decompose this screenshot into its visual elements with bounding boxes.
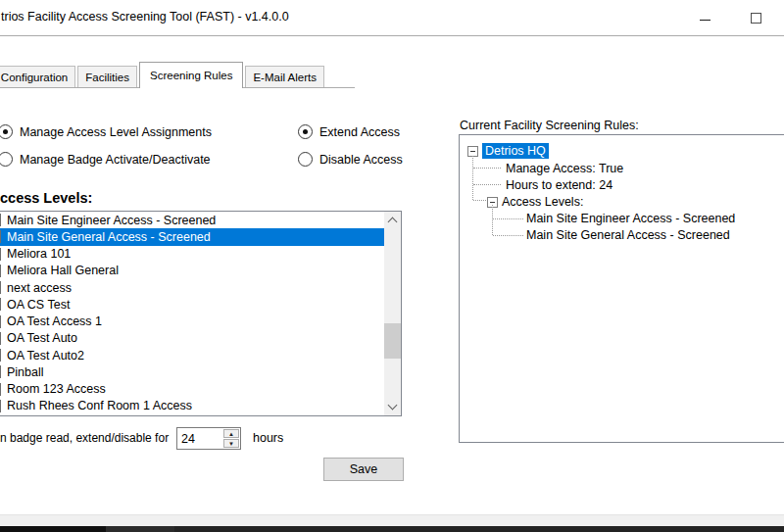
- radio-extend-access[interactable]: Extend Access: [298, 124, 400, 139]
- radio-disable-access[interactable]: Disable Access: [298, 152, 403, 167]
- hours-input[interactable]: 24: [181, 432, 195, 446]
- tab-facilities[interactable]: Facilities: [77, 66, 137, 87]
- tree-node-hours-to-extend[interactable]: Hours to extend: 24: [506, 177, 612, 193]
- app-window: trios Facility Access Screening Tool (FA…: [0, 0, 784, 532]
- radio-icon: [0, 124, 13, 139]
- titlebar[interactable]: trios Facility Access Screening Tool (FA…: [0, 0, 784, 36]
- tab-screening-rules[interactable]: Screening Rules: [139, 62, 243, 88]
- down-arrow-icon: ▼: [228, 441, 234, 447]
- tree-connector: [473, 200, 486, 201]
- save-button[interactable]: Save: [323, 458, 404, 481]
- tree-node-access-levels[interactable]: Access Levels:: [487, 194, 583, 210]
- tab-label: S Configuration: [0, 72, 68, 83]
- list-item[interactable]: ✓ Main Site Engineer Access - Screened: [0, 212, 384, 228]
- access-levels-listbox: ✓ Main Site Engineer Access - Screened ✓…: [0, 211, 402, 416]
- list-item[interactable]: ✓ Meliora 101: [0, 246, 384, 263]
- hours-unit-label: hours: [253, 431, 283, 445]
- tree-connector: [493, 235, 523, 236]
- checkbox-icon[interactable]: ✓: [0, 332, 1, 345]
- list-item[interactable]: ✓ Meliora Hall General: [0, 263, 384, 279]
- checkbox-icon[interactable]: ✓: [0, 315, 1, 328]
- window-title: trios Facility Access Screening Tool (FA…: [1, 10, 289, 24]
- checkbox-icon[interactable]: ✓: [0, 349, 1, 362]
- access-level-list-rows: ✓ Main Site Engineer Access - Screened ✓…: [0, 212, 384, 414]
- tree-node-access-level[interactable]: Main Site General Access - Screened: [493, 227, 730, 243]
- list-item[interactable]: ✓ Rush Rhees Conf Room 1 Access: [0, 398, 384, 414]
- list-item[interactable]: ✓ Main Site General Access - Screened: [0, 228, 384, 245]
- checkbox-icon[interactable]: ✓: [0, 248, 1, 261]
- list-item[interactable]: ✓ Pinball: [0, 363, 384, 380]
- tree-connector: [472, 156, 473, 200]
- tab-label: E-Mail Alerts: [253, 72, 317, 83]
- scroll-up-button[interactable]: [384, 212, 401, 228]
- radio-icon: [298, 124, 313, 139]
- spinner-down-button[interactable]: ▼: [223, 439, 239, 448]
- rules-panel-heading: Current Facility Screening Rules:: [460, 119, 639, 132]
- tree-node-access-level[interactable]: Main Site Engineer Access - Screened: [493, 211, 735, 226]
- checkbox-icon[interactable]: ✓: [0, 281, 1, 294]
- chevron-up-icon: [388, 218, 398, 227]
- checkbox-icon[interactable]: ✓: [0, 400, 1, 412]
- tree-connector: [493, 218, 523, 219]
- checkbox-icon[interactable]: ✓: [0, 230, 1, 243]
- radio-manage-badge[interactable]: Manage Badge Activate/Deactivate: [0, 152, 211, 167]
- taskbar[interactable]: [0, 526, 784, 532]
- radio-icon: [0, 152, 13, 167]
- checkbox-icon[interactable]: ✓: [0, 383, 1, 396]
- tree-node-manage-access[interactable]: Manage Access: True: [506, 161, 623, 176]
- list-item[interactable]: ✓ OA Test Auto2: [0, 347, 384, 363]
- list-item[interactable]: ✓ Room 123 Access: [0, 381, 384, 398]
- taskbar-segment: [106, 526, 174, 532]
- radio-icon: [298, 152, 313, 167]
- tab-strip: S Configuration Facilities Screening Rul…: [0, 62, 355, 88]
- list-scrollbar[interactable]: [384, 212, 401, 415]
- maximize-button[interactable]: [733, 0, 778, 35]
- checkbox-icon[interactable]: ✓: [0, 265, 1, 277]
- access-levels-heading: ccess Levels:: [0, 190, 92, 206]
- up-arrow-icon: ▲: [228, 431, 234, 437]
- list-item[interactable]: ✓ next access: [0, 279, 384, 296]
- minimize-icon: [700, 20, 710, 21]
- tree-root-label: Detrios HQ: [482, 143, 549, 159]
- maximize-icon: [751, 13, 761, 24]
- list-item[interactable]: ✓ OA CS Test: [0, 296, 384, 313]
- spinner-up-button[interactable]: ▲: [223, 429, 239, 438]
- list-item[interactable]: ✓ OA Test Access 1: [0, 314, 384, 330]
- checkbox-icon[interactable]: ✓: [0, 365, 1, 378]
- tab-label: Facilities: [85, 72, 129, 83]
- hours-spinner: 24 ▲ ▼: [176, 427, 241, 450]
- tree-node-root[interactable]: Detrios HQ: [467, 143, 549, 159]
- tree-connector: [473, 184, 501, 185]
- taskbar-segment: [0, 526, 106, 532]
- radio-manage-access-levels[interactable]: Manage Access Level Assignments: [0, 124, 212, 139]
- collapse-icon[interactable]: [467, 146, 478, 157]
- scrollbar-thumb[interactable]: [384, 323, 401, 359]
- tree-connector: [492, 205, 493, 235]
- checkbox-icon[interactable]: ✓: [0, 298, 1, 311]
- tree-connector: [473, 168, 501, 169]
- list-item[interactable]: ✓ OA Test Auto: [0, 330, 384, 347]
- checkbox-icon[interactable]: ✓: [0, 214, 1, 226]
- tab-s-configuration[interactable]: S Configuration: [0, 66, 75, 87]
- scroll-down-button[interactable]: [384, 399, 401, 415]
- tab-label: Screening Rules: [150, 70, 232, 81]
- tab-e-mail-alerts[interactable]: E-Mail Alerts: [245, 66, 324, 87]
- duration-label: n badge read, extend/disable for: [0, 431, 169, 445]
- minimize-button[interactable]: [682, 0, 727, 35]
- form-bottom-strip: [0, 514, 784, 526]
- chevron-down-icon: [388, 401, 398, 411]
